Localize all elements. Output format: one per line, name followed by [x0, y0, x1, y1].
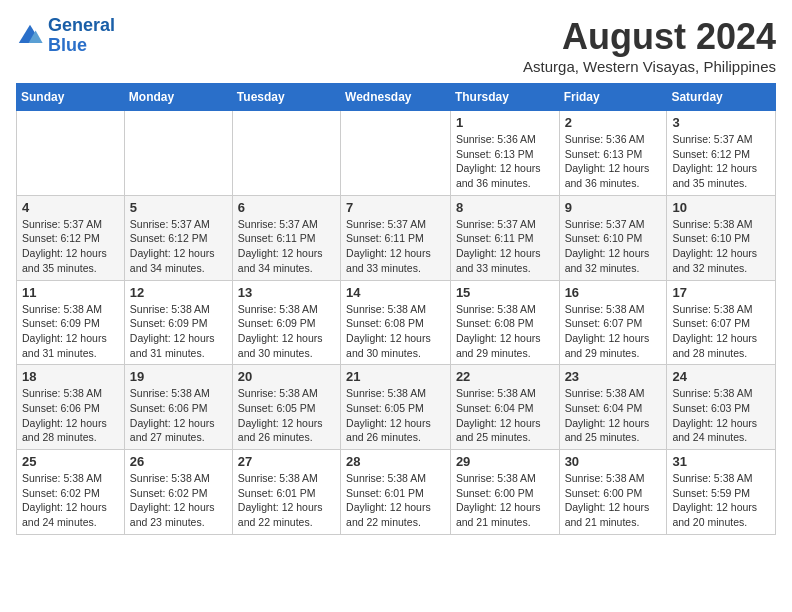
day-number: 9: [565, 200, 662, 215]
calendar-cell: 14Sunrise: 5:38 AM Sunset: 6:08 PM Dayli…: [341, 280, 451, 365]
day-detail: Sunrise: 5:38 AM Sunset: 6:01 PM Dayligh…: [346, 471, 445, 530]
day-number: 28: [346, 454, 445, 469]
day-detail: Sunrise: 5:37 AM Sunset: 6:12 PM Dayligh…: [130, 217, 227, 276]
month-title: August 2024: [523, 16, 776, 58]
calendar-cell: 23Sunrise: 5:38 AM Sunset: 6:04 PM Dayli…: [559, 365, 667, 450]
calendar-cell: 1Sunrise: 5:36 AM Sunset: 6:13 PM Daylig…: [450, 111, 559, 196]
day-detail: Sunrise: 5:38 AM Sunset: 5:59 PM Dayligh…: [672, 471, 770, 530]
day-number: 24: [672, 369, 770, 384]
day-number: 4: [22, 200, 119, 215]
day-detail: Sunrise: 5:38 AM Sunset: 6:05 PM Dayligh…: [238, 386, 335, 445]
day-number: 21: [346, 369, 445, 384]
calendar-cell: 29Sunrise: 5:38 AM Sunset: 6:00 PM Dayli…: [450, 450, 559, 535]
day-number: 6: [238, 200, 335, 215]
calendar-cell: 12Sunrise: 5:38 AM Sunset: 6:09 PM Dayli…: [124, 280, 232, 365]
day-number: 15: [456, 285, 554, 300]
calendar-cell: 10Sunrise: 5:38 AM Sunset: 6:10 PM Dayli…: [667, 195, 776, 280]
calendar-week-5: 25Sunrise: 5:38 AM Sunset: 6:02 PM Dayli…: [17, 450, 776, 535]
day-number: 14: [346, 285, 445, 300]
calendar-week-2: 4Sunrise: 5:37 AM Sunset: 6:12 PM Daylig…: [17, 195, 776, 280]
day-detail: Sunrise: 5:38 AM Sunset: 6:09 PM Dayligh…: [22, 302, 119, 361]
day-number: 26: [130, 454, 227, 469]
day-detail: Sunrise: 5:38 AM Sunset: 6:03 PM Dayligh…: [672, 386, 770, 445]
calendar-cell: 31Sunrise: 5:38 AM Sunset: 5:59 PM Dayli…: [667, 450, 776, 535]
calendar-cell: 6Sunrise: 5:37 AM Sunset: 6:11 PM Daylig…: [232, 195, 340, 280]
logo-icon: [16, 22, 44, 50]
title-block: August 2024 Asturga, Western Visayas, Ph…: [523, 16, 776, 75]
calendar-cell: 30Sunrise: 5:38 AM Sunset: 6:00 PM Dayli…: [559, 450, 667, 535]
weekday-header-sunday: Sunday: [17, 84, 125, 111]
day-detail: Sunrise: 5:38 AM Sunset: 6:04 PM Dayligh…: [456, 386, 554, 445]
weekday-header-tuesday: Tuesday: [232, 84, 340, 111]
day-detail: Sunrise: 5:38 AM Sunset: 6:06 PM Dayligh…: [22, 386, 119, 445]
day-number: 23: [565, 369, 662, 384]
calendar-cell: 20Sunrise: 5:38 AM Sunset: 6:05 PM Dayli…: [232, 365, 340, 450]
day-number: 27: [238, 454, 335, 469]
day-detail: Sunrise: 5:37 AM Sunset: 6:11 PM Dayligh…: [456, 217, 554, 276]
calendar-cell: 21Sunrise: 5:38 AM Sunset: 6:05 PM Dayli…: [341, 365, 451, 450]
logo: General Blue: [16, 16, 115, 56]
weekday-header-row: SundayMondayTuesdayWednesdayThursdayFrid…: [17, 84, 776, 111]
day-detail: Sunrise: 5:36 AM Sunset: 6:13 PM Dayligh…: [565, 132, 662, 191]
calendar-cell: 13Sunrise: 5:38 AM Sunset: 6:09 PM Dayli…: [232, 280, 340, 365]
calendar-cell: 17Sunrise: 5:38 AM Sunset: 6:07 PM Dayli…: [667, 280, 776, 365]
calendar-cell: 7Sunrise: 5:37 AM Sunset: 6:11 PM Daylig…: [341, 195, 451, 280]
weekday-header-saturday: Saturday: [667, 84, 776, 111]
calendar-cell: 19Sunrise: 5:38 AM Sunset: 6:06 PM Dayli…: [124, 365, 232, 450]
calendar-cell: 8Sunrise: 5:37 AM Sunset: 6:11 PM Daylig…: [450, 195, 559, 280]
day-detail: Sunrise: 5:37 AM Sunset: 6:11 PM Dayligh…: [346, 217, 445, 276]
day-detail: Sunrise: 5:37 AM Sunset: 6:11 PM Dayligh…: [238, 217, 335, 276]
day-detail: Sunrise: 5:38 AM Sunset: 6:08 PM Dayligh…: [456, 302, 554, 361]
day-number: 20: [238, 369, 335, 384]
calendar-cell: [232, 111, 340, 196]
calendar-cell: [124, 111, 232, 196]
day-number: 11: [22, 285, 119, 300]
location: Asturga, Western Visayas, Philippines: [523, 58, 776, 75]
calendar-cell: 4Sunrise: 5:37 AM Sunset: 6:12 PM Daylig…: [17, 195, 125, 280]
logo-line2: Blue: [48, 35, 87, 55]
day-detail: Sunrise: 5:38 AM Sunset: 6:07 PM Dayligh…: [565, 302, 662, 361]
day-detail: Sunrise: 5:37 AM Sunset: 6:12 PM Dayligh…: [22, 217, 119, 276]
day-number: 31: [672, 454, 770, 469]
day-number: 13: [238, 285, 335, 300]
calendar-cell: 22Sunrise: 5:38 AM Sunset: 6:04 PM Dayli…: [450, 365, 559, 450]
day-detail: Sunrise: 5:38 AM Sunset: 6:05 PM Dayligh…: [346, 386, 445, 445]
day-number: 17: [672, 285, 770, 300]
day-detail: Sunrise: 5:38 AM Sunset: 6:07 PM Dayligh…: [672, 302, 770, 361]
weekday-header-monday: Monday: [124, 84, 232, 111]
day-number: 10: [672, 200, 770, 215]
day-detail: Sunrise: 5:38 AM Sunset: 6:02 PM Dayligh…: [22, 471, 119, 530]
day-number: 8: [456, 200, 554, 215]
day-detail: Sunrise: 5:38 AM Sunset: 6:10 PM Dayligh…: [672, 217, 770, 276]
calendar-cell: 26Sunrise: 5:38 AM Sunset: 6:02 PM Dayli…: [124, 450, 232, 535]
calendar-week-1: 1Sunrise: 5:36 AM Sunset: 6:13 PM Daylig…: [17, 111, 776, 196]
calendar-cell: 16Sunrise: 5:38 AM Sunset: 6:07 PM Dayli…: [559, 280, 667, 365]
calendar-cell: 2Sunrise: 5:36 AM Sunset: 6:13 PM Daylig…: [559, 111, 667, 196]
day-detail: Sunrise: 5:38 AM Sunset: 6:09 PM Dayligh…: [130, 302, 227, 361]
calendar-cell: [341, 111, 451, 196]
calendar-cell: 9Sunrise: 5:37 AM Sunset: 6:10 PM Daylig…: [559, 195, 667, 280]
calendar-table: SundayMondayTuesdayWednesdayThursdayFrid…: [16, 83, 776, 535]
day-detail: Sunrise: 5:38 AM Sunset: 6:01 PM Dayligh…: [238, 471, 335, 530]
day-number: 3: [672, 115, 770, 130]
day-number: 2: [565, 115, 662, 130]
calendar-cell: 27Sunrise: 5:38 AM Sunset: 6:01 PM Dayli…: [232, 450, 340, 535]
day-number: 29: [456, 454, 554, 469]
calendar-week-4: 18Sunrise: 5:38 AM Sunset: 6:06 PM Dayli…: [17, 365, 776, 450]
calendar-cell: 24Sunrise: 5:38 AM Sunset: 6:03 PM Dayli…: [667, 365, 776, 450]
logo-line1: General: [48, 15, 115, 35]
calendar-cell: 25Sunrise: 5:38 AM Sunset: 6:02 PM Dayli…: [17, 450, 125, 535]
day-number: 16: [565, 285, 662, 300]
day-detail: Sunrise: 5:38 AM Sunset: 6:00 PM Dayligh…: [456, 471, 554, 530]
day-number: 30: [565, 454, 662, 469]
calendar-week-3: 11Sunrise: 5:38 AM Sunset: 6:09 PM Dayli…: [17, 280, 776, 365]
calendar-cell: 15Sunrise: 5:38 AM Sunset: 6:08 PM Dayli…: [450, 280, 559, 365]
day-number: 22: [456, 369, 554, 384]
calendar-cell: 18Sunrise: 5:38 AM Sunset: 6:06 PM Dayli…: [17, 365, 125, 450]
day-detail: Sunrise: 5:37 AM Sunset: 6:12 PM Dayligh…: [672, 132, 770, 191]
day-number: 1: [456, 115, 554, 130]
weekday-header-thursday: Thursday: [450, 84, 559, 111]
weekday-header-wednesday: Wednesday: [341, 84, 451, 111]
calendar-cell: 28Sunrise: 5:38 AM Sunset: 6:01 PM Dayli…: [341, 450, 451, 535]
day-number: 18: [22, 369, 119, 384]
